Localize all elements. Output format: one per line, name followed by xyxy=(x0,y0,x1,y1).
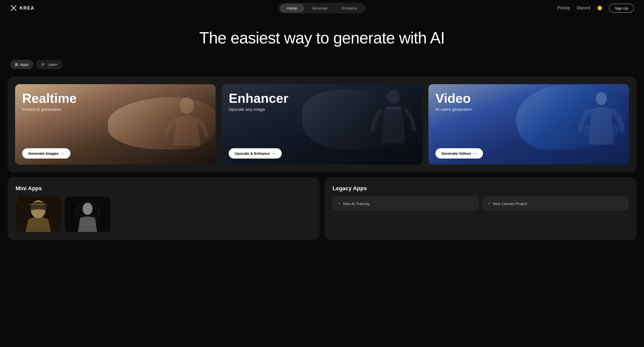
krea-logo-icon xyxy=(10,5,17,12)
discord-link[interactable]: Discord xyxy=(577,6,590,10)
hero-title: The easiest way to generate with AI xyxy=(0,29,644,47)
realtime-card-content: Realtime Instant AI generation Generate … xyxy=(15,84,216,165)
realtime-cta-button[interactable]: Generate Images → xyxy=(22,148,70,159)
tab-enhance[interactable]: Enhance xyxy=(335,4,364,12)
video-btn-label: Generate Videos xyxy=(441,151,471,156)
enhancer-title: Enhancer xyxy=(229,91,415,106)
video-card[interactable]: Video AI video generation Generate Video… xyxy=(428,84,629,165)
video-btn-arrow: → xyxy=(473,151,477,156)
nav-tabs: Home Generate Enhance xyxy=(279,3,365,14)
legacy-apps-title: Legacy Apps xyxy=(333,185,628,192)
legacy-apps-section: Legacy Apps + New AI Training + New Canv… xyxy=(325,177,636,240)
enhancer-btn-arrow: → xyxy=(272,151,276,156)
logo[interactable]: KREA xyxy=(10,5,34,12)
filter-tab-apps-label: Apps xyxy=(20,62,29,67)
mini-app-art-2 xyxy=(65,197,110,232)
enhancer-card[interactable]: Enhancer Upscale any image Upscale & Enh… xyxy=(222,84,422,165)
video-card-content: Video AI video generation Generate Video… xyxy=(428,84,629,165)
bottom-sections: Mini Apps xyxy=(8,177,636,240)
new-canvas-project-button[interactable]: + New Canvas Project xyxy=(482,197,628,211)
plus-icon-canvas: + xyxy=(488,201,491,206)
new-ai-training-button[interactable]: + New AI Training xyxy=(333,197,478,211)
realtime-btn-arrow: → xyxy=(61,151,64,156)
realtime-card[interactable]: Realtime Instant AI generation Generate … xyxy=(15,84,216,165)
tab-home[interactable]: Home xyxy=(280,4,304,12)
realtime-btn-label: Generate Images xyxy=(28,151,59,156)
video-cta-button[interactable]: Generate Videos → xyxy=(435,148,483,159)
pricing-link[interactable]: Pricing xyxy=(557,6,570,10)
mini-app-thumb-1[interactable] xyxy=(16,197,61,232)
learn-icon: 🎓 xyxy=(41,62,46,67)
nav-right: Pricing Discord Sign Up xyxy=(557,4,634,13)
tab-generate[interactable]: Generate xyxy=(305,4,335,12)
hero-section: The easiest way to generate with AI xyxy=(0,16,644,55)
mini-app-thumb-2[interactable] xyxy=(65,197,110,232)
mini-apps-title: Mini Apps xyxy=(16,185,311,192)
new-ai-training-label: New AI Training xyxy=(343,202,370,206)
enhancer-card-content: Enhancer Upscale any image Upscale & Enh… xyxy=(222,84,422,165)
feature-cards-section: Realtime Instant AI generation Generate … xyxy=(8,77,636,172)
plus-icon-training: + xyxy=(338,201,341,206)
filter-tabs: ⊞ Apps 🎓 Learn xyxy=(0,55,644,74)
filter-tab-apps[interactable]: ⊞ Apps xyxy=(10,60,33,69)
video-subtitle: AI video generation xyxy=(435,107,622,112)
realtime-subtitle: Instant AI generation xyxy=(22,107,209,112)
navbar: KREA Home Generate Enhance Pricing Disco… xyxy=(0,0,644,16)
video-title: Video xyxy=(435,91,622,106)
filter-tab-learn[interactable]: 🎓 Learn xyxy=(36,60,62,69)
realtime-title: Realtime xyxy=(22,91,209,106)
new-canvas-project-label: New Canvas Project xyxy=(493,202,527,206)
svg-point-11 xyxy=(83,203,93,215)
mini-apps-section: Mini Apps xyxy=(8,177,319,240)
enhancer-cta-button[interactable]: Upscale & Enhance → xyxy=(229,148,281,159)
filter-tab-learn-label: Learn xyxy=(48,62,57,67)
enhancer-btn-label: Upscale & Enhance xyxy=(235,151,270,156)
legacy-apps-actions: + New AI Training + New Canvas Project xyxy=(333,197,628,211)
enhancer-subtitle: Upscale any image xyxy=(229,107,415,112)
user-status-dot[interactable] xyxy=(597,6,602,10)
apps-icon: ⊞ xyxy=(15,62,18,67)
mini-apps-row xyxy=(16,197,311,232)
mini-app-art-1 xyxy=(16,197,61,232)
signup-button[interactable]: Sign Up xyxy=(609,4,634,13)
logo-text: KREA xyxy=(20,6,34,11)
